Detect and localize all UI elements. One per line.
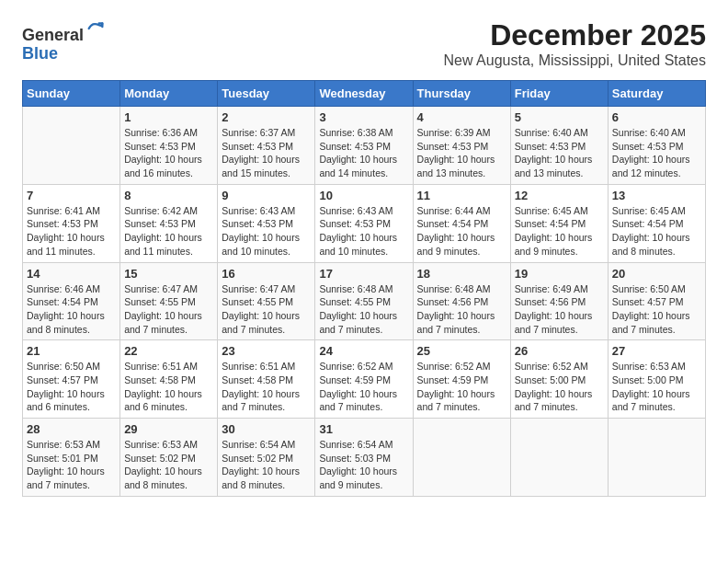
day-info: Sunrise: 6:40 AM Sunset: 4:53 PM Dayligh… — [612, 126, 701, 180]
calendar-cell: 31Sunrise: 6:54 AM Sunset: 5:03 PM Dayli… — [315, 419, 413, 497]
calendar-cell: 20Sunrise: 6:50 AM Sunset: 4:57 PM Dayli… — [608, 262, 705, 340]
day-info: Sunrise: 6:45 AM Sunset: 4:54 PM Dayligh… — [612, 204, 701, 259]
day-number: 15 — [124, 267, 213, 281]
logo-general: General — [22, 26, 84, 44]
calendar-cell — [608, 419, 705, 497]
day-info: Sunrise: 6:47 AM Sunset: 4:55 PM Dayligh… — [222, 282, 311, 337]
calendar-cell: 1Sunrise: 6:36 AM Sunset: 4:53 PM Daylig… — [120, 107, 218, 185]
calendar-cell: 24Sunrise: 6:52 AM Sunset: 4:59 PM Dayli… — [315, 340, 413, 419]
calendar-cell: 12Sunrise: 6:45 AM Sunset: 4:54 PM Dayli… — [510, 184, 608, 262]
calendar-cell: 17Sunrise: 6:48 AM Sunset: 4:55 PM Dayli… — [315, 262, 413, 340]
day-number: 14 — [27, 267, 116, 281]
day-number: 8 — [124, 189, 213, 202]
calendar-cell: 8Sunrise: 6:42 AM Sunset: 4:53 PM Daylig… — [120, 184, 218, 262]
day-info: Sunrise: 6:45 AM Sunset: 4:54 PM Dayligh… — [515, 204, 604, 259]
calendar-cell: 13Sunrise: 6:45 AM Sunset: 4:54 PM Dayli… — [608, 184, 705, 262]
logo: General Blue — [22, 18, 106, 63]
day-info: Sunrise: 6:38 AM Sunset: 4:53 PM Dayligh… — [319, 126, 408, 180]
calendar-cell: 4Sunrise: 6:39 AM Sunset: 4:53 PM Daylig… — [413, 107, 510, 185]
day-number: 4 — [417, 110, 506, 124]
day-info: Sunrise: 6:51 AM Sunset: 4:58 PM Dayligh… — [124, 360, 213, 414]
day-number: 22 — [124, 344, 213, 358]
day-info: Sunrise: 6:49 AM Sunset: 4:56 PM Dayligh… — [515, 282, 604, 337]
day-number: 25 — [417, 344, 506, 358]
calendar-cell: 3Sunrise: 6:38 AM Sunset: 4:53 PM Daylig… — [315, 107, 413, 185]
day-number: 17 — [319, 267, 408, 281]
day-info: Sunrise: 6:43 AM Sunset: 4:53 PM Dayligh… — [222, 204, 311, 259]
calendar-cell: 30Sunrise: 6:54 AM Sunset: 5:02 PM Dayli… — [218, 419, 315, 497]
week-row-4: 21Sunrise: 6:50 AM Sunset: 4:57 PM Dayli… — [23, 340, 706, 419]
day-info: Sunrise: 6:42 AM Sunset: 4:53 PM Dayligh… — [124, 204, 213, 259]
day-number: 6 — [612, 110, 701, 124]
calendar-cell: 7Sunrise: 6:41 AM Sunset: 4:53 PM Daylig… — [23, 184, 120, 262]
day-number: 13 — [612, 189, 701, 202]
day-info: Sunrise: 6:44 AM Sunset: 4:54 PM Dayligh… — [417, 204, 506, 259]
calendar-cell: 5Sunrise: 6:40 AM Sunset: 4:53 PM Daylig… — [510, 107, 608, 185]
day-info: Sunrise: 6:52 AM Sunset: 5:00 PM Dayligh… — [515, 360, 604, 414]
day-info: Sunrise: 6:41 AM Sunset: 4:53 PM Dayligh… — [27, 204, 116, 259]
calendar-header-row: SundayMondayTuesdayWednesdayThursdayFrid… — [23, 81, 706, 107]
day-number: 28 — [27, 422, 116, 436]
week-row-5: 28Sunrise: 6:53 AM Sunset: 5:01 PM Dayli… — [23, 419, 706, 497]
day-info: Sunrise: 6:51 AM Sunset: 4:58 PM Dayligh… — [222, 360, 311, 414]
calendar-cell: 25Sunrise: 6:52 AM Sunset: 4:59 PM Dayli… — [413, 340, 510, 419]
day-number: 18 — [417, 267, 506, 281]
calendar-cell: 27Sunrise: 6:53 AM Sunset: 5:00 PM Dayli… — [608, 340, 705, 419]
day-info: Sunrise: 6:52 AM Sunset: 4:59 PM Dayligh… — [319, 360, 408, 414]
day-number: 23 — [222, 344, 311, 358]
day-number: 31 — [319, 422, 408, 436]
calendar-cell: 26Sunrise: 6:52 AM Sunset: 5:00 PM Dayli… — [510, 340, 608, 419]
calendar-cell: 11Sunrise: 6:44 AM Sunset: 4:54 PM Dayli… — [413, 184, 510, 262]
day-number: 21 — [27, 344, 116, 358]
day-info: Sunrise: 6:39 AM Sunset: 4:53 PM Dayligh… — [417, 126, 506, 180]
calendar-cell — [23, 107, 120, 185]
day-info: Sunrise: 6:37 AM Sunset: 4:53 PM Dayligh… — [222, 126, 311, 180]
calendar-cell — [510, 419, 608, 497]
header-day-monday: Monday — [120, 81, 218, 107]
calendar-cell: 9Sunrise: 6:43 AM Sunset: 4:53 PM Daylig… — [218, 184, 315, 262]
logo-blue: Blue — [22, 44, 58, 63]
day-number: 16 — [222, 267, 311, 281]
day-info: Sunrise: 6:40 AM Sunset: 4:53 PM Dayligh… — [515, 126, 604, 180]
day-number: 24 — [319, 344, 408, 358]
calendar-cell: 6Sunrise: 6:40 AM Sunset: 4:53 PM Daylig… — [608, 107, 705, 185]
day-info: Sunrise: 6:48 AM Sunset: 4:56 PM Dayligh… — [417, 282, 506, 337]
day-number: 2 — [222, 110, 311, 124]
day-number: 27 — [612, 344, 701, 358]
day-number: 11 — [417, 189, 506, 202]
day-number: 20 — [612, 267, 701, 281]
day-info: Sunrise: 6:43 AM Sunset: 4:53 PM Dayligh… — [319, 204, 408, 259]
title-section: December 2025 New Augusta, Mississippi, … — [444, 18, 706, 78]
calendar-cell: 29Sunrise: 6:53 AM Sunset: 5:02 PM Dayli… — [120, 419, 218, 497]
day-number: 29 — [124, 422, 213, 436]
day-info: Sunrise: 6:53 AM Sunset: 5:00 PM Dayligh… — [612, 360, 701, 414]
day-info: Sunrise: 6:36 AM Sunset: 4:53 PM Dayligh… — [124, 126, 213, 180]
subtitle: New Augusta, Mississippi, United States — [444, 52, 706, 69]
calendar-cell: 19Sunrise: 6:49 AM Sunset: 4:56 PM Dayli… — [510, 262, 608, 340]
day-number: 5 — [515, 110, 604, 124]
day-number: 12 — [515, 189, 604, 202]
calendar-cell: 18Sunrise: 6:48 AM Sunset: 4:56 PM Dayli… — [413, 262, 510, 340]
day-info: Sunrise: 6:48 AM Sunset: 4:55 PM Dayligh… — [319, 282, 408, 337]
day-info: Sunrise: 6:54 AM Sunset: 5:03 PM Dayligh… — [319, 438, 408, 492]
calendar-cell: 21Sunrise: 6:50 AM Sunset: 4:57 PM Dayli… — [23, 340, 120, 419]
week-row-1: 1Sunrise: 6:36 AM Sunset: 4:53 PM Daylig… — [23, 107, 706, 185]
day-info: Sunrise: 6:52 AM Sunset: 4:59 PM Dayligh… — [417, 360, 506, 414]
logo-icon — [85, 18, 106, 39]
day-number: 7 — [27, 189, 116, 202]
main-title: December 2025 — [444, 18, 706, 52]
calendar-cell: 15Sunrise: 6:47 AM Sunset: 4:55 PM Dayli… — [120, 262, 218, 340]
calendar-table: SundayMondayTuesdayWednesdayThursdayFrid… — [22, 80, 706, 497]
header-day-thursday: Thursday — [413, 81, 510, 107]
day-number: 10 — [319, 189, 408, 202]
calendar-cell: 23Sunrise: 6:51 AM Sunset: 4:58 PM Dayli… — [218, 340, 315, 419]
header-day-sunday: Sunday — [23, 81, 120, 107]
day-number: 19 — [515, 267, 604, 281]
calendar-cell — [413, 419, 510, 497]
day-number: 3 — [319, 110, 408, 124]
week-row-3: 14Sunrise: 6:46 AM Sunset: 4:54 PM Dayli… — [23, 262, 706, 340]
calendar-cell: 2Sunrise: 6:37 AM Sunset: 4:53 PM Daylig… — [218, 107, 315, 185]
day-info: Sunrise: 6:54 AM Sunset: 5:02 PM Dayligh… — [222, 438, 311, 492]
calendar-cell: 28Sunrise: 6:53 AM Sunset: 5:01 PM Dayli… — [23, 419, 120, 497]
day-number: 26 — [515, 344, 604, 358]
